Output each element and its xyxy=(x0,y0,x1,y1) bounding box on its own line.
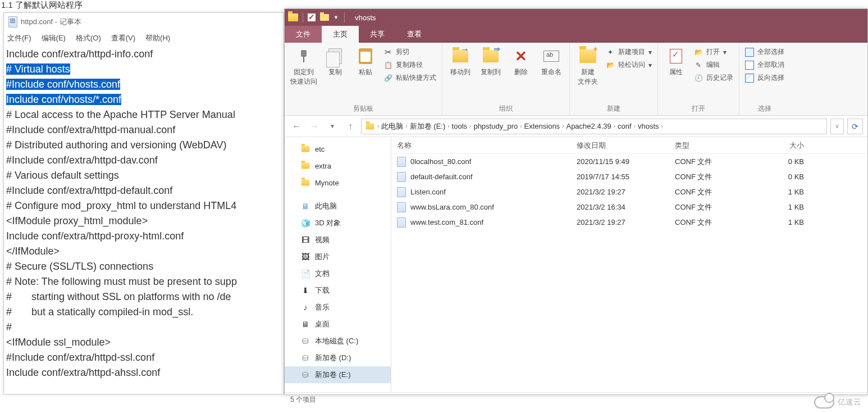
sidebar-item[interactable]: ⬇下载 xyxy=(285,282,391,299)
breadcrumb-segment[interactable]: tools xyxy=(452,122,467,130)
file-row[interactable]: default-default.conf2019/7/17 14:55CONF … xyxy=(391,169,867,184)
file-row[interactable]: Listen.conf2021/3/2 19:27CONF 文件1 KB xyxy=(391,184,867,199)
delete-button[interactable]: ✕删除 xyxy=(509,45,533,77)
tab-view[interactable]: 查看 xyxy=(396,26,433,43)
sidebar-item[interactable]: extra xyxy=(285,157,391,174)
col-name[interactable]: 名称 xyxy=(391,140,571,151)
editor-line[interactable]: # Secure (SSL/TLS) connections xyxy=(6,259,282,274)
editor-line[interactable]: #Include conf/extra/httpd-default.conf xyxy=(6,183,282,198)
breadcrumb-segment[interactable]: phpstudy_pro xyxy=(473,122,518,130)
file-list[interactable]: 名称 修改日期 类型 大小 0localhost_80.conf2020/11/… xyxy=(391,137,867,392)
new-folder-button[interactable]: 新建文件夹 xyxy=(575,45,600,87)
move-to-button[interactable]: 移动到 xyxy=(448,45,473,77)
editor-line[interactable]: # Virtual hosts xyxy=(6,62,282,77)
breadcrumb-segment[interactable]: 此电脑 xyxy=(381,121,403,131)
editor-line[interactable]: #Include conf/extra/httpd-manual.conf xyxy=(6,122,282,138)
column-headers[interactable]: 名称 修改日期 类型 大小 xyxy=(391,137,867,154)
editor-line[interactable]: # Note: The following must must be prese… xyxy=(6,274,282,289)
sidebar-item[interactable]: etc xyxy=(285,140,391,157)
editor-line[interactable]: # xyxy=(6,320,282,335)
tab-home[interactable]: 主页 xyxy=(322,26,359,43)
qat-newfolder-icon[interactable] xyxy=(320,14,329,21)
breadcrumb[interactable]: › 此电脑›新加卷 (E:)›tools›phpstudy_pro›Extens… xyxy=(361,119,827,134)
breadcrumb-segment[interactable]: Apache2.4.39 xyxy=(566,122,611,130)
sidebar-item[interactable]: ♪音乐 xyxy=(285,299,391,316)
edit-button[interactable]: ✎编辑 xyxy=(694,60,733,70)
editor-line[interactable]: # Distributed authoring and versioning (… xyxy=(6,138,282,153)
menu-file[interactable]: 文件(F) xyxy=(7,33,31,43)
qat-chevron-down-icon[interactable]: ▼ xyxy=(334,15,339,20)
sidebar-item[interactable]: 🧊3D 对象 xyxy=(285,215,391,232)
editor-line[interactable]: # Configure mod_proxy_html to understand… xyxy=(6,198,282,214)
new-item-button[interactable]: ✦新建项目 ▾ xyxy=(606,47,652,57)
sidebar-item[interactable]: 🖼图片 xyxy=(285,248,391,265)
history-button[interactable]: 🕘历史记录 xyxy=(694,73,733,83)
sidebar-item[interactable]: 🎞视频 xyxy=(285,232,391,248)
editor-line[interactable]: # Various default settings xyxy=(6,168,282,183)
editor-line[interactable]: #Include conf/extra/httpd-ssl.conf xyxy=(6,350,282,365)
back-button[interactable]: ← xyxy=(289,119,304,134)
editor-line[interactable]: # starting without SSL on platforms with… xyxy=(6,289,282,305)
navigation-pane[interactable]: etcextraMynote🖥此电脑🧊3D 对象🎞视频🖼图片📄文档⬇下载♪音乐🖥… xyxy=(285,137,391,392)
up-button[interactable]: ↑ xyxy=(343,119,358,134)
editor-line[interactable]: #Include conf/vhosts.conf xyxy=(6,77,282,92)
notepad-titlebar[interactable]: httpd.conf - 记事本 xyxy=(4,13,284,31)
properties-button[interactable]: 属性 xyxy=(664,45,688,77)
rename-button[interactable]: 重命名 xyxy=(539,45,564,77)
col-size[interactable]: 大小 xyxy=(753,140,810,151)
breadcrumb-segment[interactable]: conf xyxy=(618,122,632,130)
sidebar-item[interactable]: 🖥桌面 xyxy=(285,316,391,333)
menu-format[interactable]: 格式(O) xyxy=(76,33,101,43)
explorer-titlebar[interactable]: ▼ vhosts xyxy=(285,9,867,26)
editor-line[interactable]: Include conf/extra/httpd-info.conf xyxy=(6,47,282,62)
col-type[interactable]: 类型 xyxy=(669,140,753,151)
easy-access-button[interactable]: 📂轻松访问 ▾ xyxy=(606,60,652,70)
sidebar-item[interactable]: ⛁新加卷 (D:) xyxy=(285,350,391,366)
editor-line[interactable]: <IfModule proxy_html_module> xyxy=(6,214,282,229)
breadcrumb-segment[interactable]: vhosts xyxy=(638,122,659,130)
sidebar-item[interactable]: 🖥此电脑 xyxy=(285,198,391,215)
file-row[interactable]: www.test.com_81.conf2021/3/2 19:27CONF 文… xyxy=(391,215,867,230)
copy-to-button[interactable]: 复制到 xyxy=(478,45,503,77)
breadcrumb-segment[interactable]: 新加卷 (E:) xyxy=(410,121,446,131)
copy-button[interactable]: 复制 xyxy=(323,45,348,77)
editor-line[interactable]: # Local access to the Apache HTTP Server… xyxy=(6,107,282,122)
sidebar-item[interactable]: ⛁本地磁盘 (C:) xyxy=(285,333,391,350)
paste-shortcut-button[interactable]: 🔗粘贴快捷方式 xyxy=(383,73,436,83)
tab-share[interactable]: 共享 xyxy=(359,26,396,43)
sidebar-item[interactable]: 📄文档 xyxy=(285,265,391,282)
paste-button[interactable]: 粘贴 xyxy=(353,45,378,77)
menu-view[interactable]: 查看(V) xyxy=(111,33,135,43)
folder-icon[interactable] xyxy=(288,13,298,21)
recent-locations-button[interactable]: ▼ xyxy=(325,119,340,134)
cut-button[interactable]: ✂剪切 xyxy=(383,47,436,57)
file-row[interactable]: www.bsLara.com_80.conf2021/3/2 16:34CONF… xyxy=(391,199,867,215)
menu-help[interactable]: 帮助(H) xyxy=(145,33,170,43)
notepad-editor[interactable]: Include conf/extra/httpd-info.conf# Virt… xyxy=(4,46,284,382)
open-button[interactable]: 📂打开 ▾ xyxy=(694,47,733,57)
file-row[interactable]: 0localhost_80.conf2020/11/15 9:49CONF 文件… xyxy=(391,154,867,169)
forward-button[interactable]: → xyxy=(307,119,322,134)
editor-line[interactable]: # but a statically compiled-in mod_ssl. xyxy=(6,305,282,320)
editor-line[interactable]: <IfModule ssl_module> xyxy=(6,335,282,350)
copy-path-button[interactable]: 📋复制路径 xyxy=(383,60,436,70)
editor-line[interactable]: Include conf/extra/httpd-ahssl.conf xyxy=(6,365,282,380)
invert-selection-button[interactable]: 反向选择 xyxy=(745,73,784,83)
ribbon: 固定到 快速访问 复制 粘贴 ✂剪切 📋复制路径 🔗粘贴快捷方式 剪贴板 xyxy=(285,43,867,116)
sidebar-item[interactable]: Mynote xyxy=(285,174,391,191)
select-none-button[interactable]: 全部取消 xyxy=(745,60,784,70)
pin-to-quick-access-button[interactable]: 固定到 快速访问 xyxy=(290,45,317,87)
editor-line[interactable]: Include conf/extra/httpd-proxy-html.conf xyxy=(6,229,282,244)
qat-properties-icon[interactable] xyxy=(308,13,316,21)
refresh-button[interactable]: ⟳ xyxy=(847,119,863,134)
breadcrumb-segment[interactable]: Extensions xyxy=(524,122,560,130)
editor-line[interactable]: #Include conf/extra/httpd-dav.conf xyxy=(6,153,282,168)
editor-line[interactable]: </IfModule> xyxy=(6,244,282,259)
tab-file[interactable]: 文件 xyxy=(285,26,322,43)
address-dropdown-button[interactable]: v xyxy=(830,119,844,134)
col-date[interactable]: 修改日期 xyxy=(571,140,669,151)
menu-edit[interactable]: 编辑(E) xyxy=(42,33,66,43)
select-all-button[interactable]: 全部选择 xyxy=(745,47,784,57)
editor-line[interactable]: Include conf/vhosts/*.conf xyxy=(6,92,282,107)
sidebar-item[interactable]: ⛁新加卷 (E:) xyxy=(285,366,391,383)
